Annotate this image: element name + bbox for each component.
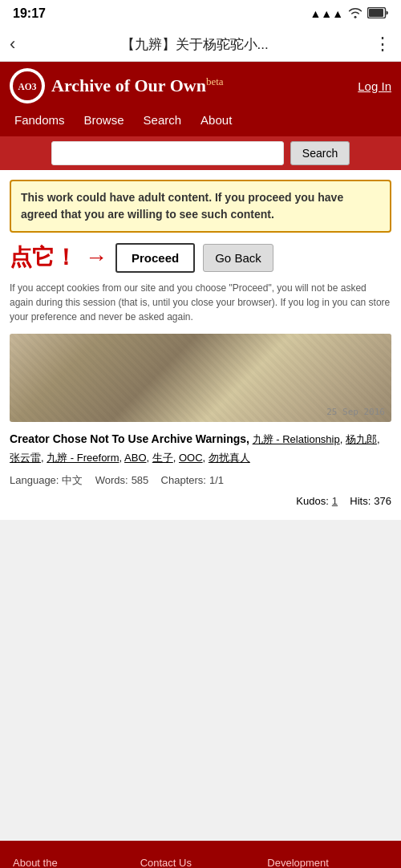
search-bar-area: Search <box>0 136 401 170</box>
footer-link-about[interactable]: About theArchive <box>13 857 134 868</box>
tag-person2[interactable]: 张云雷 <box>10 452 41 464</box>
work-date: 25 Sep 2016 <box>326 407 385 417</box>
work-meta: Language: 中文 Words: 585 Chapters: 1/1 <box>10 472 391 489</box>
ao3-nav: Fandoms Browse Search About <box>0 110 401 136</box>
warning-box: This work could have adult content. If y… <box>10 180 391 233</box>
ao3-header: AO3 Archive of Our Ownbeta Log In <box>0 62 401 110</box>
tag-abo[interactable]: ABO <box>124 452 146 464</box>
kudos-value[interactable]: 1 <box>332 493 338 510</box>
go-back-button[interactable]: Go Back <box>203 244 273 272</box>
page-title: 【九辨】关于杨驼驼小... <box>22 35 367 54</box>
svg-text:AO3: AO3 <box>18 82 37 91</box>
nav-browse[interactable]: Browse <box>76 110 132 130</box>
proceed-label-chinese: 点它！ <box>10 242 77 273</box>
tag-person1[interactable]: 杨九郎 <box>346 433 377 445</box>
content-spacer <box>0 520 401 680</box>
main-content: This work could have adult content. If y… <box>0 170 401 520</box>
tag-freeform[interactable]: 九辨 - Freeform <box>47 452 119 464</box>
svg-rect-1 <box>369 9 383 17</box>
work-info: Creator Chose Not To Use Archive Warning… <box>10 430 391 510</box>
words-label: Words: <box>95 472 128 489</box>
site-name: Archive of Our Ownbeta <box>51 75 224 96</box>
language-value: 中文 <box>62 472 83 489</box>
footer-link-contact[interactable]: Contact Us <box>140 857 261 868</box>
ao3-logo: AO3 <box>10 68 45 103</box>
login-button[interactable]: Log In <box>358 79 391 93</box>
ao3-logo-area: AO3 Archive of Our Ownbeta <box>10 68 224 103</box>
footer: About theArchive Contact Us Report Devel… <box>0 841 401 868</box>
words-value: 585 <box>132 472 149 489</box>
kudos-label: Kudos: <box>296 493 328 510</box>
chapters-value: 1/1 <box>209 472 224 489</box>
back-button[interactable]: ‹ <box>10 34 15 55</box>
status-bar: 19:17 ▲▲▲ <box>0 0 401 27</box>
nav-about[interactable]: About <box>192 110 240 130</box>
search-input[interactable] <box>51 141 284 165</box>
status-icons: ▲▲▲ <box>310 7 388 21</box>
tag-notice[interactable]: 勿扰真人 <box>209 452 250 464</box>
work-warning-label: Creator Chose Not To Use Archive Warning… <box>10 432 249 445</box>
work-tags: Creator Chose Not To Use Archive Warning… <box>10 430 391 467</box>
cookie-notice: If you accept cookies from our site and … <box>10 281 391 324</box>
hits-value: 376 <box>374 493 391 510</box>
footer-col-1: About theArchive <box>13 857 134 868</box>
footer-col-2: Contact Us Report <box>140 857 261 868</box>
time: 19:17 <box>13 6 46 21</box>
search-button[interactable]: Search <box>290 141 350 165</box>
nav-fandoms[interactable]: Fandoms <box>6 110 73 130</box>
arrow-icon: → <box>85 245 107 270</box>
proceed-area: 点它！ → Proceed Go Back <box>10 242 391 273</box>
work-image: 25 Sep 2016 <box>10 334 391 422</box>
hits-label: Hits: <box>350 493 371 510</box>
more-button[interactable]: ⋮ <box>374 34 391 55</box>
nav-bar: ‹ 【九辨】关于杨驼驼小... ⋮ <box>0 27 401 62</box>
battery-icon <box>367 7 388 21</box>
language-label: Language: <box>10 472 59 489</box>
footer-grid: About theArchive Contact Us Report Devel… <box>13 857 388 868</box>
warning-text: This work could have adult content. If y… <box>21 191 343 221</box>
proceed-button[interactable]: Proceed <box>115 243 195 273</box>
wifi-icon <box>348 7 363 21</box>
work-kudos: Kudos: 1 Hits: 376 <box>10 493 391 510</box>
tag-ooc[interactable]: OOC <box>179 452 203 464</box>
footer-link-development[interactable]: Development <box>267 857 388 868</box>
nav-search[interactable]: Search <box>136 110 190 130</box>
chapters-label: Chapters: <box>161 472 206 489</box>
tag-relationship[interactable]: 九辨 - Relationship <box>253 433 340 445</box>
signal-icon: ▲▲▲ <box>310 7 343 20</box>
footer-col-3: Development otwarchive <box>267 857 388 868</box>
tag-shengzi[interactable]: 生子 <box>152 452 173 464</box>
